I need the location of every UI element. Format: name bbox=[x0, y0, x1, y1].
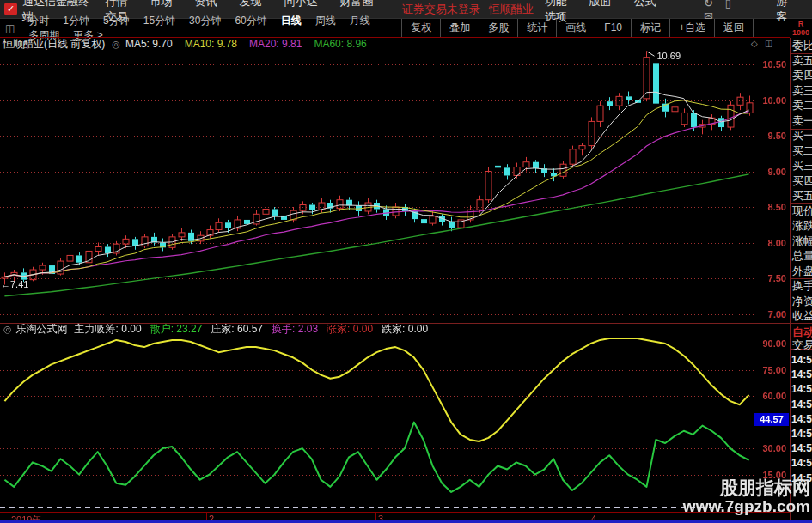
quote-row-18: 收益 bbox=[792, 310, 812, 322]
quote-separator-4 bbox=[791, 323, 812, 324]
quote-row-12: 涨跌 bbox=[792, 220, 812, 232]
price-tick: 7.00 bbox=[754, 309, 786, 320]
period-tab-3[interactable]: 15分钟 bbox=[137, 15, 182, 27]
price-tick: 10.00 bbox=[754, 95, 786, 106]
watermark: 股朋指标网 www.7gpzb.com bbox=[662, 478, 810, 516]
indicator-tick: 75.00 bbox=[754, 365, 786, 376]
panel-toggle-icon[interactable]: ◫ bbox=[765, 39, 772, 48]
quote-separator-0 bbox=[791, 53, 812, 54]
indicator-tick: 90.00 bbox=[754, 338, 786, 350]
chart-title: 恒顺醋业(日线 前复权) bbox=[3, 37, 105, 52]
tick-time-0: 14:56 bbox=[791, 354, 812, 366]
quote-separator-3 bbox=[791, 278, 812, 279]
quote-row-8: 买三 bbox=[792, 160, 812, 172]
menu-right-item-1[interactable]: 版面 bbox=[578, 0, 623, 8]
period-tab-5[interactable]: 60分钟 bbox=[228, 15, 273, 27]
period-tab-0[interactable]: 分时 bbox=[21, 15, 56, 27]
menu-item-0[interactable]: 行情 bbox=[95, 0, 139, 8]
indicator-chart[interactable] bbox=[0, 335, 754, 512]
quote-row-7: 买二 bbox=[792, 145, 812, 157]
quote-row-13: 涨幅 bbox=[792, 235, 812, 247]
quote-row-11: 现价 bbox=[792, 205, 812, 217]
period-tab-2[interactable]: 5分钟 bbox=[96, 15, 137, 27]
price-tick: 9.00 bbox=[754, 167, 786, 178]
window-layout-icon[interactable]: ◫ bbox=[0, 22, 21, 34]
tick-time-2: 14:56 bbox=[791, 383, 812, 395]
price-tick: 8.00 bbox=[754, 238, 786, 249]
chart-tool-buttons: 复权叠加多股统计画线F10标记+自选返回 bbox=[401, 19, 754, 37]
price-tick: 10.50 bbox=[754, 59, 786, 70]
quote-separator-1 bbox=[791, 129, 812, 130]
tool-button-2[interactable]: 多股 bbox=[479, 19, 518, 37]
chart-header: 恒顺醋业(日线 前复权) ◎ MA5: 9.70MA10: 9.78MA20: … bbox=[0, 38, 754, 50]
price-tick: 9.50 bbox=[754, 131, 786, 142]
tool-button-5[interactable]: F10 bbox=[595, 19, 632, 37]
ma-label-0: MA5: 9.70 bbox=[125, 38, 173, 50]
tick-time-1: 14:56 bbox=[791, 368, 812, 380]
menu-item-3[interactable]: 发现 bbox=[229, 0, 273, 8]
axis-value-marker: 44.57 bbox=[754, 413, 789, 426]
tdx-terminal: ✓ 通达信金融终端 行情市场资讯发现问小达财富圈交易 证券交易未登录 恒顺醋业 … bbox=[0, 0, 812, 523]
indicator-circle-icon[interactable]: ◎ bbox=[3, 324, 12, 335]
candlestick-chart[interactable] bbox=[0, 50, 754, 323]
period-tab-7[interactable]: 周线 bbox=[308, 15, 343, 27]
quote-separator-2 bbox=[791, 203, 812, 204]
indicator-item-1: 散户: 23.27 bbox=[150, 323, 203, 335]
tick-time-3: 14:56 bbox=[791, 398, 812, 410]
period-tab-8[interactable]: 月线 bbox=[343, 15, 377, 27]
menu-item-1[interactable]: 市场 bbox=[139, 0, 184, 8]
tool-button-4[interactable]: 画线 bbox=[557, 19, 595, 37]
quote-row-2: 卖四 bbox=[792, 70, 812, 82]
indicator-item-0: 主力吸筹: 0.00 bbox=[75, 323, 142, 335]
indicator-tick: 60.00 bbox=[754, 391, 786, 402]
period-toolbar: ◫ 分时1分钟5分钟15分钟30分钟60分钟日线周线月线多周期更多 > 复权叠加… bbox=[0, 19, 754, 37]
device-icon[interactable]: ▯ bbox=[719, 0, 737, 9]
quote-panel: 委比卖五卖四卖三卖二卖一买一买二买三买四买五现价涨跌涨幅总量外盘换手净资收益自动… bbox=[790, 38, 812, 523]
chevron-down-circle-icon[interactable]: ◎ bbox=[112, 39, 120, 50]
ma-label-3: MA60: 8.96 bbox=[314, 38, 366, 50]
ma-legend: MA5: 9.70MA10: 9.78MA20: 9.81MA60: 8.96 bbox=[125, 38, 379, 50]
indicator-tick: 30.00 bbox=[754, 443, 786, 454]
menu-right-item-2[interactable]: 公式 bbox=[623, 0, 668, 8]
indicator-item-2: 庄家: 60.57 bbox=[211, 323, 263, 335]
menu-right-item-0[interactable]: 功能 bbox=[534, 0, 578, 8]
menu-item-5[interactable]: 财富圈 bbox=[329, 0, 385, 8]
tick-time-5: 14:56 bbox=[791, 428, 812, 440]
ma-label-2: MA20: 9.81 bbox=[249, 38, 302, 50]
ma-label-1: MA10: 9.78 bbox=[185, 38, 237, 50]
tool-button-0[interactable]: 复权 bbox=[402, 19, 441, 37]
period-tab-6[interactable]: 日线 bbox=[274, 15, 308, 27]
tool-button-8[interactable]: 返回 bbox=[715, 19, 754, 37]
quote-row-4: 卖二 bbox=[792, 100, 812, 112]
current-stock-name: 恒顺醋业 bbox=[489, 2, 534, 17]
quote-row-1: 卖五 bbox=[792, 55, 812, 67]
tick-time-4: 14:56 bbox=[791, 413, 812, 425]
corner-badge: R 1000 bbox=[791, 20, 811, 37]
quote-row-16: 换手 bbox=[792, 280, 812, 292]
tick-time-6: 14:56 bbox=[791, 442, 812, 454]
indicator-item-4: 涨家: 0.00 bbox=[327, 323, 373, 335]
indicator-item-5: 跌家: 0.00 bbox=[382, 323, 428, 335]
quote-tab-0[interactable]: 自动 bbox=[792, 326, 812, 338]
period-tab-1[interactable]: 1分钟 bbox=[56, 15, 96, 27]
tool-button-7[interactable]: +自选 bbox=[670, 19, 715, 37]
app-logo-icon: ✓ bbox=[4, 3, 17, 15]
price-tick: 8.50 bbox=[754, 202, 786, 213]
quote-row-5: 卖一 bbox=[792, 115, 812, 127]
login-status[interactable]: 证券交易未登录 bbox=[402, 2, 480, 17]
quote-row-6: 买一 bbox=[792, 130, 812, 142]
tool-button-6[interactable]: 标记 bbox=[632, 19, 670, 37]
indicator-item-3: 换手: 2.03 bbox=[272, 323, 318, 335]
quote-row-0: 委比 bbox=[792, 40, 812, 52]
menu-item-4[interactable]: 问小达 bbox=[273, 0, 329, 8]
tool-button-3[interactable]: 统计 bbox=[518, 19, 557, 37]
tick-time-7: 14:56 bbox=[791, 457, 812, 469]
quote-tab-1[interactable]: 交易 bbox=[792, 339, 812, 351]
refresh-icon[interactable]: ↻ bbox=[698, 0, 719, 9]
period-tab-4[interactable]: 30分钟 bbox=[182, 15, 228, 27]
quote-row-3: 卖三 bbox=[792, 85, 812, 97]
tool-button-1[interactable]: 叠加 bbox=[441, 19, 479, 37]
quote-row-9: 买四 bbox=[792, 175, 812, 187]
price-tick: 7.50 bbox=[754, 273, 786, 284]
menu-item-2[interactable]: 资讯 bbox=[184, 0, 229, 8]
